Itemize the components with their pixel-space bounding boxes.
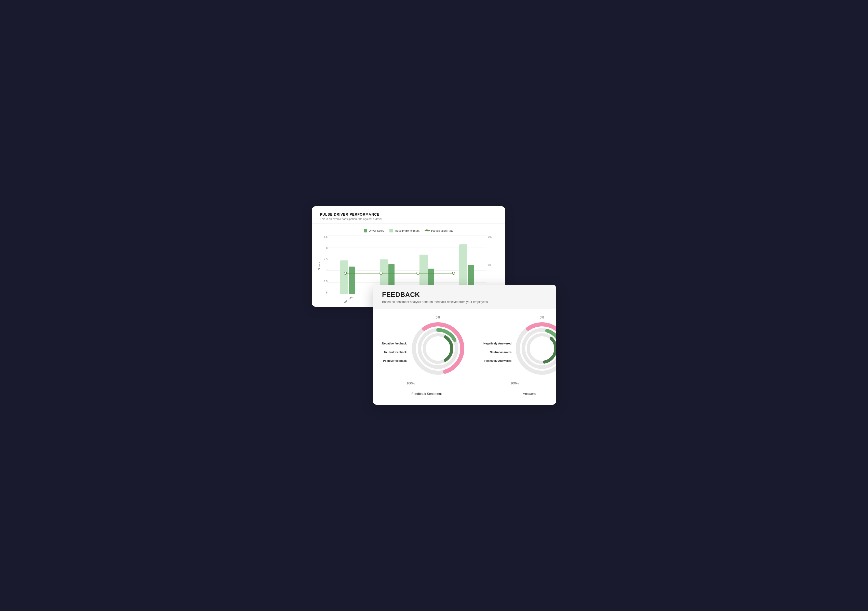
answers-percent-bottom: 100% (510, 381, 519, 385)
feedback-title: FEEDBACK (382, 291, 547, 299)
back-card-header: PULSE DRIVER PERFORMANCE This is an over… (312, 206, 505, 224)
participation-line-legend (425, 230, 430, 231)
y-label-5: 6.5 (324, 280, 327, 283)
legend-participation: Participation Rate (425, 229, 453, 232)
driver-label: Driver Score (369, 229, 384, 232)
benchmark-label: Industry Benchmark (395, 229, 420, 232)
feedback-donut-wrapper: Negative feedback Neutral feedback Posit… (405, 316, 471, 388)
bar-group-autonomy: Autonomy (327, 260, 367, 294)
negatively-answered-label: Negatively Answered (484, 342, 512, 345)
participation-label: Participation Rate (431, 229, 453, 232)
feedback-subtitle: Based on sentiment analysis done on feed… (382, 300, 547, 304)
answers-donut-svg (514, 320, 556, 376)
legend: Driver Score Industry Benchmark Particip… (320, 229, 497, 232)
feedback-body: Negative feedback Neutral feedback Posit… (373, 309, 556, 405)
feedback-sentiment-title: Feedback Sentiment (411, 392, 442, 396)
answers-labels: Negatively Answered Neutral answers Posi… (484, 342, 512, 362)
feedback-card: FEEDBACK Based on sentiment analysis don… (373, 285, 556, 405)
back-card-title: PULSE DRIVER PERFORMANCE (320, 212, 497, 217)
benchmark-bar-autonomy (340, 260, 348, 294)
answers-title: Answers (523, 392, 536, 396)
y-axis-title: Scores (318, 262, 321, 270)
neutral-answers-label: Neutral answers (484, 351, 512, 354)
bar-label-autonomy: Autonomy (343, 295, 353, 304)
y-axis: 8.5 8 7.5 7 6.5 6 (321, 235, 327, 294)
feedback-percent-bottom: 100% (406, 381, 415, 385)
positive-feedback-label: Positive feedback (382, 359, 407, 362)
neutral-feedback-label: Neutral feedback (382, 351, 407, 354)
answers-donut-wrapper: Negatively Answered Neutral answers Posi… (509, 316, 556, 388)
y-label-1: 8.5 (324, 235, 327, 238)
legend-driver: Driver Score (364, 229, 384, 232)
y-label-3: 7.5 (324, 258, 327, 261)
feedback-header: FEEDBACK Based on sentiment analysis don… (373, 285, 556, 309)
feedback-percent-top: 0% (436, 316, 441, 319)
negative-feedback-label: Negative feedback (382, 342, 407, 345)
feedback-labels: Negative feedback Neutral feedback Posit… (382, 342, 407, 362)
feedback-sentiment-section: Negative feedback Neutral feedback Posit… (382, 316, 471, 396)
back-card-subtitle: This is an overall participation rate ag… (320, 217, 497, 220)
feedback-donut-svg (410, 320, 466, 376)
legend-benchmark: Industry Benchmark (389, 229, 420, 232)
y-right-label-1: 100 (488, 235, 497, 238)
y-right-label-2: 90 (488, 263, 497, 266)
driver-swatch (364, 229, 367, 232)
answers-percent-top: 0% (540, 316, 544, 319)
y-axis-container: 8.5 8 7.5 7 6.5 6 Scores (320, 235, 327, 302)
benchmark-swatch (389, 229, 393, 232)
driver-bar-autonomy (349, 266, 355, 294)
positively-answered-label: Positively Answered (484, 359, 512, 362)
answers-section: Negatively Answered Neutral answers Posi… (484, 316, 556, 396)
